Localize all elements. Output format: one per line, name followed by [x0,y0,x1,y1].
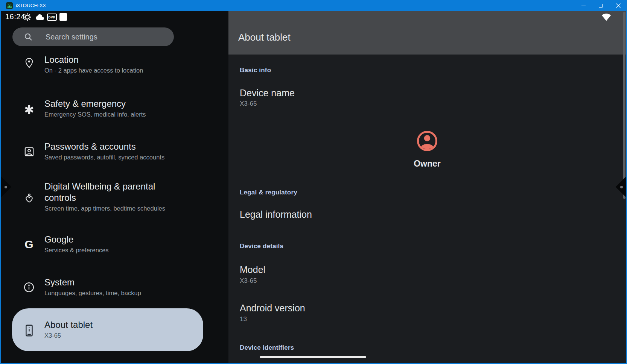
location-pin-icon [23,56,35,69]
sidebar-item-sublabel: Emergency SOS, medical info, alerts [44,111,195,118]
sidebar-item-sublabel: Languages, gestures, time, backup [44,289,195,297]
page-title: About tablet [238,32,291,43]
wellbeing-heart-icon [23,192,35,205]
android-version-value: 13 [240,315,247,323]
section-header-device-details: Device details [240,243,283,250]
gesture-navigation-bar[interactable] [260,356,366,358]
google-g-icon: G [23,238,35,251]
remote-viewer-window: i3TOUCH-X3 16:24 DVR [0,0,627,364]
settings-gear-icon [23,13,31,23]
asterisk-icon [23,103,35,116]
device-name-value: X3-65 [240,100,257,108]
cloud-icon [35,14,44,22]
vertical-scrollbar-thumb[interactable] [623,12,625,199]
wifi-icon [601,14,611,23]
section-header-basic-info: Basic info [240,67,271,74]
right-handle-dot-icon [620,186,623,188]
contact-card-icon [23,145,35,158]
maximize-icon [599,4,603,8]
search-icon [24,32,33,41]
window-title: i3TOUCH-X3 [16,0,46,11]
search-input[interactable] [45,27,169,46]
legal-information-row[interactable]: Legal information [240,209,312,220]
android-version-row[interactable]: Android version [240,303,305,314]
maximize-button[interactable] [592,0,609,11]
sidebar-item-sublabel: On - 2 apps have access to location [44,67,195,74]
device-name-row[interactable]: Device name [240,88,295,99]
close-icon [616,3,621,8]
window-titlebar: i3TOUCH-X3 [0,0,627,11]
minimize-icon [581,6,586,6]
sidebar-item-sublabel: Screen time, app timers, bedtime schedul… [44,205,176,212]
sidebar-item-label: Passwords & accounts [44,141,195,152]
sidebar-item-sublabel: X3-65 [44,332,195,339]
android-app-icon [6,2,13,9]
left-handle-dot-icon [5,186,7,188]
section-header-legal: Legal & regulatory [240,189,297,196]
info-circle-icon [23,281,35,294]
model-value: X3-65 [240,277,257,285]
dvr-status-icon: DVR [47,14,57,21]
sidebar-item-label: System [44,277,195,288]
owner-avatar-icon [417,131,437,151]
sidebar-item-label: Safety & emergency [44,98,195,109]
section-header-device-identifiers: Device identifiers [240,344,294,352]
close-button[interactable] [610,0,627,11]
sidebar-item-label: Location [44,54,195,65]
minimize-button[interactable] [575,0,592,11]
sidebar-item-label: About tablet [44,319,195,331]
model-row[interactable]: Model [240,264,265,275]
search-settings-bar[interactable] [12,27,174,46]
window-border-left [0,11,1,364]
sidebar-item-label: Digital Wellbeing & parental controls [44,181,176,203]
tablet-icon [23,324,35,337]
sidebar-item-sublabel: Saved passwords, autofill, synced accoun… [44,153,195,161]
sidebar-item-label: Google [44,234,195,245]
owner-label: Owner [390,159,465,169]
owner-profile[interactable]: Owner [390,131,465,169]
sidebar-item-sublabel: Services & preferences [44,246,195,254]
square-status-icon [59,13,67,21]
status-clock: 16:24 [5,12,25,21]
